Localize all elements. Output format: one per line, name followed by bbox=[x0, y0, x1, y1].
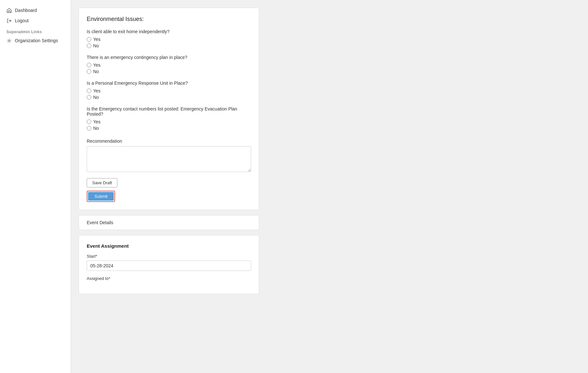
q3-yes-label: Yes bbox=[93, 88, 101, 93]
q2-no-radio[interactable] bbox=[87, 69, 91, 74]
q3-yes-radio[interactable] bbox=[87, 89, 91, 93]
save-draft-button[interactable]: Save Draft bbox=[87, 178, 117, 187]
q1-no-label: No bbox=[93, 43, 99, 48]
q4-no-label: No bbox=[93, 126, 99, 131]
sidebar-item-label: Logout bbox=[15, 18, 29, 23]
q2-yes-option[interactable]: Yes bbox=[87, 62, 251, 68]
question-block-1: Is client able to exit home independentl… bbox=[87, 29, 251, 48]
q4-no-radio[interactable] bbox=[87, 126, 91, 130]
q1-yes-option[interactable]: Yes bbox=[87, 37, 251, 42]
q2-yes-label: Yes bbox=[93, 62, 101, 68]
question-text-2: There is an emergency contingency plan i… bbox=[87, 55, 251, 60]
svg-point-1 bbox=[8, 40, 10, 42]
question-text-3: Is a Personal Emergency Response Unit in… bbox=[87, 81, 251, 86]
form-buttons: Save Draft Submit bbox=[87, 178, 251, 202]
q4-yes-radio[interactable] bbox=[87, 120, 91, 124]
environmental-issues-card: Environmental Issues: Is client able to … bbox=[79, 8, 259, 210]
sidebar-item-logout[interactable]: Logout bbox=[0, 15, 71, 26]
q2-no-option[interactable]: No bbox=[87, 69, 251, 74]
recommendation-label: Recommendation bbox=[87, 139, 251, 144]
sidebar: Dashboard Logout Superadmin Links Organi… bbox=[0, 0, 71, 373]
event-assignment-card: Event Assignment Start* Assigned to* bbox=[79, 235, 259, 294]
q1-no-radio[interactable] bbox=[87, 43, 91, 48]
q1-no-option[interactable]: No bbox=[87, 43, 251, 48]
sidebar-item-org-settings[interactable]: Organization Settings bbox=[0, 35, 71, 46]
logout-icon bbox=[6, 18, 12, 23]
home-icon bbox=[6, 8, 12, 13]
event-details-label: Event Details bbox=[87, 220, 113, 225]
q4-yes-option[interactable]: Yes bbox=[87, 119, 251, 124]
start-field-group: Start* bbox=[87, 254, 251, 271]
main-content: Environmental Issues: Is client able to … bbox=[71, 0, 588, 373]
q1-yes-label: Yes bbox=[93, 37, 101, 42]
sidebar-item-label: Dashboard bbox=[15, 8, 37, 13]
q3-no-option[interactable]: No bbox=[87, 95, 251, 100]
event-assignment-title: Event Assignment bbox=[87, 243, 251, 249]
submit-button-wrapper: Submit bbox=[87, 191, 115, 202]
q2-yes-radio[interactable] bbox=[87, 63, 91, 67]
assigned-to-label: Assigned to* bbox=[87, 276, 251, 281]
q3-no-radio[interactable] bbox=[87, 95, 91, 100]
question-block-4: Is the Emergency contact numbers list po… bbox=[87, 106, 251, 131]
question-text-4: Is the Emergency contact numbers list po… bbox=[87, 106, 251, 117]
submit-button[interactable]: Submit bbox=[88, 192, 114, 201]
section-title: Environmental Issues: bbox=[87, 16, 251, 23]
recommendation-block: Recommendation bbox=[87, 139, 251, 173]
start-label: Start* bbox=[87, 254, 251, 259]
question-text-1: Is client able to exit home independentl… bbox=[87, 29, 251, 34]
org-settings-label: Organization Settings bbox=[15, 38, 58, 43]
gear-icon bbox=[6, 38, 12, 43]
q4-no-option[interactable]: No bbox=[87, 126, 251, 131]
question-block-3: Is a Personal Emergency Response Unit in… bbox=[87, 81, 251, 100]
superadmin-section-label: Superadmin Links bbox=[0, 26, 71, 35]
q1-yes-radio[interactable] bbox=[87, 37, 91, 42]
recommendation-textarea[interactable] bbox=[87, 146, 251, 172]
question-block-2: There is an emergency contingency plan i… bbox=[87, 55, 251, 74]
q2-no-label: No bbox=[93, 69, 99, 74]
sidebar-item-dashboard[interactable]: Dashboard bbox=[0, 5, 71, 15]
q3-yes-option[interactable]: Yes bbox=[87, 88, 251, 93]
q3-no-label: No bbox=[93, 95, 99, 100]
start-input[interactable] bbox=[87, 261, 251, 271]
event-details-section[interactable]: Event Details bbox=[79, 215, 259, 230]
assigned-to-field-group: Assigned to* bbox=[87, 276, 251, 281]
q4-yes-label: Yes bbox=[93, 119, 101, 124]
